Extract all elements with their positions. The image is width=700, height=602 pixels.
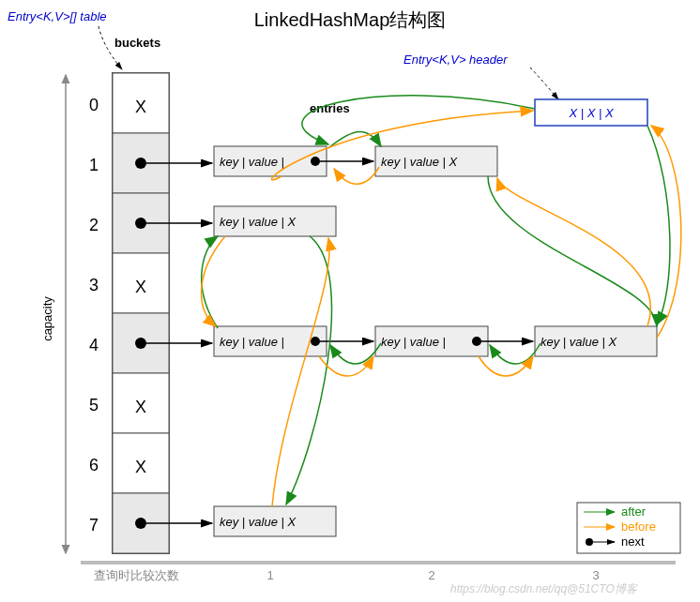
svg-point-36: [311, 337, 320, 346]
svg-text:6: 6: [89, 456, 99, 474]
header-node: X | X | X: [535, 99, 647, 126]
watermark: https://blog.csdn.net/qq@51CTO博客: [450, 582, 638, 595]
svg-text:X: X: [135, 458, 146, 476]
bucket-table: 0 X 1 2 3 X 4 5 X 6: [89, 73, 169, 553]
capacity-label: capacity: [40, 296, 54, 341]
svg-text:7: 7: [89, 516, 99, 534]
svg-point-15: [135, 338, 146, 349]
bucket-row-3: 3 X: [89, 253, 169, 313]
svg-point-39: [472, 337, 481, 346]
title: LinkedHashMap结构图: [254, 9, 447, 30]
svg-text:3: 3: [89, 276, 99, 294]
svg-text:key | value |: key | value |: [220, 155, 284, 169]
bucket-row-6: 6 X: [89, 433, 169, 493]
entry-4b: key | value |: [375, 326, 488, 356]
svg-point-29: [311, 157, 320, 166]
svg-point-6: [135, 158, 146, 169]
svg-text:key | value | X: key | value | X: [540, 335, 618, 349]
bucket-row-0: 0 X: [89, 73, 169, 133]
svg-text:X: X: [135, 98, 146, 116]
svg-text:1: 1: [266, 568, 273, 582]
svg-text:next: next: [621, 534, 645, 549]
svg-text:key | value | X: key | value | X: [381, 155, 459, 169]
after-arrow: [302, 96, 535, 144]
svg-text:key | value | X: key | value | X: [220, 515, 297, 529]
bucket-row-5: 5 X: [89, 373, 169, 433]
header-pointer: [530, 68, 558, 99]
entry-7: key | value | X: [214, 506, 336, 536]
before-arrow: [334, 167, 379, 184]
svg-point-24: [135, 518, 146, 529]
table-annotation: Entry<K,V>[] table: [8, 9, 107, 23]
entries-label: entries: [310, 101, 350, 115]
svg-text:after: after: [621, 504, 647, 519]
svg-text:5: 5: [89, 396, 99, 414]
svg-text:2: 2: [428, 568, 434, 582]
svg-text:X: X: [135, 398, 146, 416]
entry-1b: key | value | X: [375, 146, 497, 176]
svg-text:0: 0: [89, 96, 99, 114]
svg-text:2: 2: [89, 216, 99, 234]
entry-4c: key | value | X: [535, 326, 657, 356]
svg-text:4: 4: [89, 336, 99, 354]
diagram: LinkedHashMap结构图 Entry<K,V>[] table buck…: [0, 0, 700, 602]
buckets-label: buckets: [114, 36, 160, 50]
svg-text:key | value | X: key | value | X: [220, 215, 297, 229]
svg-text:before: before: [621, 519, 656, 534]
svg-text:3: 3: [592, 568, 599, 582]
svg-text:key | value |: key | value |: [381, 335, 446, 349]
svg-text:1: 1: [89, 156, 99, 174]
svg-text:X: X: [135, 278, 146, 296]
svg-text:X | X | X: X | X | X: [568, 106, 615, 120]
axis-label: 查询时比较次数: [94, 568, 179, 582]
entry-1a: key | value |: [214, 146, 327, 176]
entry-2: key | value | X: [214, 206, 336, 236]
svg-point-58: [586, 538, 593, 546]
svg-point-9: [135, 218, 146, 229]
legend: after before next: [577, 503, 680, 553]
svg-text:key | value |: key | value |: [220, 335, 284, 349]
header-annotation: Entry<K,V> header: [403, 53, 508, 67]
